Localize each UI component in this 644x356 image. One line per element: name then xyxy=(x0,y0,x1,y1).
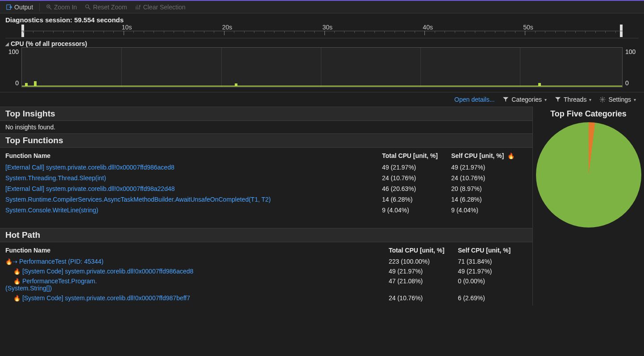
self-cpu-cell: 71 (31.84%) xyxy=(458,257,527,266)
table-row[interactable]: System.Console.WriteLine(string)9 (4.04%… xyxy=(5,205,527,215)
function-link[interactable]: [System Code] system.private.corelib.dll… xyxy=(22,268,193,275)
total-cpu-cell: 24 (10.76%) xyxy=(389,293,458,303)
threads-label: Threads xyxy=(564,96,586,103)
cpu-max-left: 100 xyxy=(5,48,19,55)
function-link[interactable]: [External Call] system.private.corelib.d… xyxy=(5,164,175,171)
self-cpu-cell: 9 (4.04%) xyxy=(451,205,527,215)
cpu-title: CPU (% of all processors) xyxy=(11,40,87,47)
self-cpu-cell: 24 (10.76%) xyxy=(451,173,527,183)
toolbar-separator xyxy=(39,3,40,11)
categories-filter[interactable]: Categories ▾ xyxy=(503,96,547,103)
session-label: Diagnostics session: 59.554 seconds xyxy=(0,13,644,24)
top-insights-title: Top Insights xyxy=(0,107,532,121)
function-link[interactable]: PerformanceTest (PID: 45344) xyxy=(19,258,104,265)
hot-path-title: Hot Path xyxy=(0,228,532,242)
hp-col-total-cpu[interactable]: Total CPU [unit, %] xyxy=(389,245,458,257)
function-link[interactable]: System.Threading.Thread.Sleep(int) xyxy=(5,174,106,182)
svg-line-6 xyxy=(88,7,90,9)
categories-title: Top Five Categories xyxy=(536,107,641,122)
self-cpu-cell: 6 (2.69%) xyxy=(458,293,527,303)
cpu-axis-left: 100 0 xyxy=(5,47,21,87)
hp-col-self-cpu[interactable]: Self CPU [unit, %] xyxy=(458,245,527,257)
timeline-ruler[interactable]: 10s20s30s40s50s xyxy=(5,25,639,38)
categories-label: Categories xyxy=(511,96,542,103)
ruler-tick-label: 40s xyxy=(423,24,433,31)
settings-button[interactable]: Settings ▾ xyxy=(599,96,636,103)
zoom-in-button[interactable]: Zoom In xyxy=(43,3,79,12)
function-link[interactable]: PerformanceTest.Program.(System.String[]… xyxy=(5,277,385,292)
ruler-tick-label: 20s xyxy=(222,24,233,31)
cpu-max-right: 100 xyxy=(625,48,639,55)
table-row[interactable]: [External Call] system.private.corelib.d… xyxy=(5,162,527,173)
table-row[interactable]: 🔥⇢ PerformanceTest (PID: 45344)223 (100.… xyxy=(5,257,527,266)
top-functions-table: Function Name Total CPU [unit, %] Self C… xyxy=(5,150,527,215)
table-row[interactable]: System.Threading.Thread.Sleep(int)24 (10… xyxy=(5,173,527,183)
svg-point-5 xyxy=(86,4,89,8)
chevron-down-icon: ▾ xyxy=(544,97,547,102)
table-row[interactable]: 🔥 PerformanceTest.Program.(System.String… xyxy=(5,276,527,293)
open-details-link[interactable]: Open details... xyxy=(454,96,494,103)
cpu-chart: 100 0 100 0 xyxy=(5,47,639,87)
self-cpu-cell: 49 (21.97%) xyxy=(451,162,527,173)
total-cpu-cell: 24 (10.76%) xyxy=(382,173,451,183)
total-cpu-cell: 47 (21.08%) xyxy=(389,276,458,293)
action-bar: Open details... Categories ▾ Threads ▾ S… xyxy=(0,92,644,107)
cpu-axis-right: 100 0 xyxy=(623,47,639,87)
table-row[interactable]: [External Call] system.private.corelib.d… xyxy=(5,183,527,194)
col-self-cpu[interactable]: Self CPU [unit, %] 🔥 xyxy=(451,150,527,162)
flame-icon: 🔥 xyxy=(13,278,21,285)
toolbar: Output Zoom In Reset Zoom Clear Selectio… xyxy=(0,0,644,13)
reset-zoom-button[interactable]: Reset Zoom xyxy=(82,3,129,12)
function-link[interactable]: [System Code] system.private.corelib.dll… xyxy=(22,294,190,302)
gear-icon xyxy=(599,96,606,103)
flame-icon: 🔥⇢ xyxy=(5,258,17,265)
total-cpu-cell: 46 (20.63%) xyxy=(382,183,451,194)
clear-selection-label: Clear Selection xyxy=(143,4,186,11)
no-insights-text: No insights found. xyxy=(5,124,55,131)
svg-point-13 xyxy=(602,99,604,100)
settings-label: Settings xyxy=(608,96,631,103)
self-cpu-cell: 14 (6.28%) xyxy=(451,194,527,205)
zoom-in-icon xyxy=(46,4,52,10)
cpu-line xyxy=(22,86,622,87)
chevron-down-icon: ▾ xyxy=(589,97,591,102)
categories-panel: Top Five Categories xyxy=(532,107,644,306)
output-label: Output xyxy=(14,4,33,11)
svg-line-2 xyxy=(50,7,51,9)
cpu-min-left: 0 xyxy=(5,79,19,87)
total-cpu-cell: 49 (21.97%) xyxy=(389,266,458,276)
chevron-down-icon: ▾ xyxy=(634,97,636,102)
cpu-header[interactable]: ◢ CPU (% of all processors) xyxy=(5,38,639,47)
function-link[interactable]: System.Runtime.CompilerServices.AsyncTas… xyxy=(5,196,271,203)
hp-col-function-name[interactable]: Function Name xyxy=(5,245,389,257)
self-cpu-cell: 49 (21.97%) xyxy=(458,266,527,276)
clear-selection-button[interactable]: Clear Selection xyxy=(133,3,188,12)
categories-pie-chart[interactable] xyxy=(536,122,641,228)
flame-icon: 🔥 xyxy=(13,268,21,275)
table-row[interactable]: 🔥 [System Code] system.private.corelib.d… xyxy=(5,266,527,276)
top-insights-body: No insights found. xyxy=(0,121,532,133)
table-row[interactable]: System.Runtime.CompilerServices.AsyncTas… xyxy=(5,194,527,205)
ruler-tick-label: 10s xyxy=(122,24,132,31)
total-cpu-cell: 14 (6.28%) xyxy=(382,194,451,205)
function-link[interactable]: System.Console.WriteLine(string) xyxy=(5,207,98,214)
col-function-name[interactable]: Function Name xyxy=(5,150,382,162)
reset-zoom-label: Reset Zoom xyxy=(93,4,127,11)
ruler-tick-label: 50s xyxy=(523,24,533,31)
threads-filter[interactable]: Threads ▾ xyxy=(555,96,591,103)
cpu-plot[interactable] xyxy=(21,47,623,87)
col-total-cpu[interactable]: Total CPU [unit, %] xyxy=(382,150,451,162)
total-cpu-cell: 49 (21.97%) xyxy=(382,162,451,173)
zoom-in-label: Zoom In xyxy=(54,4,77,11)
filter-icon xyxy=(503,96,509,103)
table-row[interactable]: 🔥 [System Code] system.private.corelib.d… xyxy=(5,293,527,303)
cpu-section: ◢ CPU (% of all processors) 100 0 100 0 xyxy=(5,38,639,87)
output-button[interactable]: Output xyxy=(4,3,36,12)
function-link[interactable]: [External Call] system.private.corelib.d… xyxy=(5,185,175,192)
clear-selection-icon xyxy=(135,4,141,10)
self-cpu-cell: 20 (8.97%) xyxy=(451,183,527,194)
flame-icon: 🔥 xyxy=(507,153,515,159)
cpu-min-right: 0 xyxy=(625,79,639,87)
ruler-tick-label: 30s xyxy=(323,24,333,31)
collapse-icon[interactable]: ◢ xyxy=(5,41,9,46)
